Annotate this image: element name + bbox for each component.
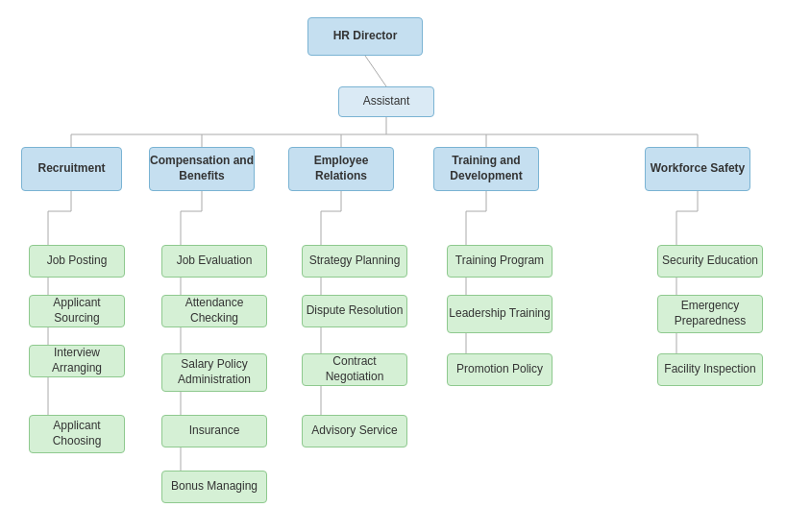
dispute-resolution-node: Dispute Resolution <box>302 295 407 327</box>
interview-arranging-node: Interview Arranging <box>29 345 125 377</box>
svg-line-0 <box>365 56 386 86</box>
applicant-choosing-node: Applicant Choosing <box>29 415 125 453</box>
comp-benefits-node: Compensation and Benefits <box>149 147 255 191</box>
promotion-policy-node: Promotion Policy <box>447 353 553 386</box>
workforce-safety-node: Workforce Safety <box>645 147 750 191</box>
bonus-managing-node: Bonus Managing <box>161 471 267 503</box>
assistant-node: Assistant <box>338 86 434 117</box>
org-chart: HR Director Assistant Recruitment Compen… <box>0 0 786 532</box>
training-dev-node: Training and Development <box>433 147 539 191</box>
emp-relations-node: Employee Relations <box>288 147 394 191</box>
strategy-planning-node: Strategy Planning <box>302 245 407 278</box>
security-education-node: Security Education <box>657 245 763 278</box>
job-evaluation-node: Job Evaluation <box>161 245 267 278</box>
salary-policy-node: Salary Policy Administration <box>161 353 267 392</box>
hr-director-node: HR Director <box>307 17 423 56</box>
contract-negotiation-node: Contract Negotiation <box>302 353 407 386</box>
job-posting-node: Job Posting <box>29 245 125 278</box>
leadership-training-node: Leadership Training <box>447 295 553 333</box>
emergency-preparedness-node: Emergency Preparedness <box>657 295 763 333</box>
recruitment-node: Recruitment <box>21 147 122 191</box>
attendance-checking-node: Attendance Checking <box>161 295 267 327</box>
training-program-node: Training Program <box>447 245 553 278</box>
advisory-service-node: Advisory Service <box>302 415 407 447</box>
applicant-sourcing-node: Applicant Sourcing <box>29 295 125 327</box>
facility-inspection-node: Facility Inspection <box>657 353 763 386</box>
insurance-node: Insurance <box>161 415 267 447</box>
